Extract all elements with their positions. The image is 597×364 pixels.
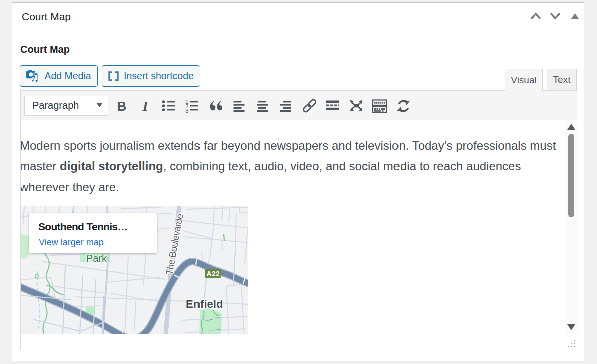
svg-text:3: 3	[185, 108, 188, 114]
svg-text:Enfield: Enfield	[186, 298, 223, 310]
svg-text:A22: A22	[206, 270, 220, 278]
svg-text:B: B	[117, 99, 127, 114]
svg-text:Park: Park	[86, 253, 107, 264]
svg-text:I: I	[142, 98, 149, 114]
